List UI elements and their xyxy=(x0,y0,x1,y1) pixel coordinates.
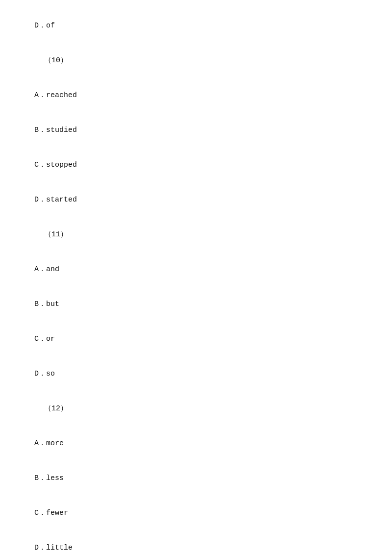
line-item: B．less xyxy=(34,472,358,485)
line-item: B．studied xyxy=(34,124,358,137)
line-item: A．reached xyxy=(34,89,358,102)
line-item xyxy=(34,177,358,189)
line-item: （10） xyxy=(34,54,358,67)
line-item xyxy=(34,385,358,398)
line-item: D．started xyxy=(34,194,358,206)
line-item xyxy=(34,525,358,537)
line-item xyxy=(34,281,358,294)
line-item: A．and xyxy=(34,263,358,276)
page-content: D．of （10） A．reached B．studied C．stopped … xyxy=(0,0,392,555)
line-item: B．but xyxy=(34,298,358,311)
line-item xyxy=(34,246,358,259)
line-item: （11） xyxy=(34,228,358,241)
line-item: D．so xyxy=(34,368,358,380)
line-item xyxy=(34,490,358,503)
line-item xyxy=(34,420,358,433)
line-item: D．little xyxy=(34,542,358,555)
line-item: （12） xyxy=(34,403,358,415)
line-item: C．fewer xyxy=(34,507,358,520)
line-item xyxy=(34,142,358,154)
line-item: A．more xyxy=(34,437,358,450)
line-item xyxy=(34,351,358,363)
line-item xyxy=(34,72,358,85)
line-item xyxy=(34,37,358,50)
line-item: C．stopped xyxy=(34,159,358,172)
line-item xyxy=(34,107,358,120)
line-item xyxy=(34,211,358,224)
line-item: C．or xyxy=(34,333,358,346)
line-item xyxy=(34,316,358,328)
line-item xyxy=(34,455,358,468)
line-item: D．of xyxy=(34,20,358,32)
